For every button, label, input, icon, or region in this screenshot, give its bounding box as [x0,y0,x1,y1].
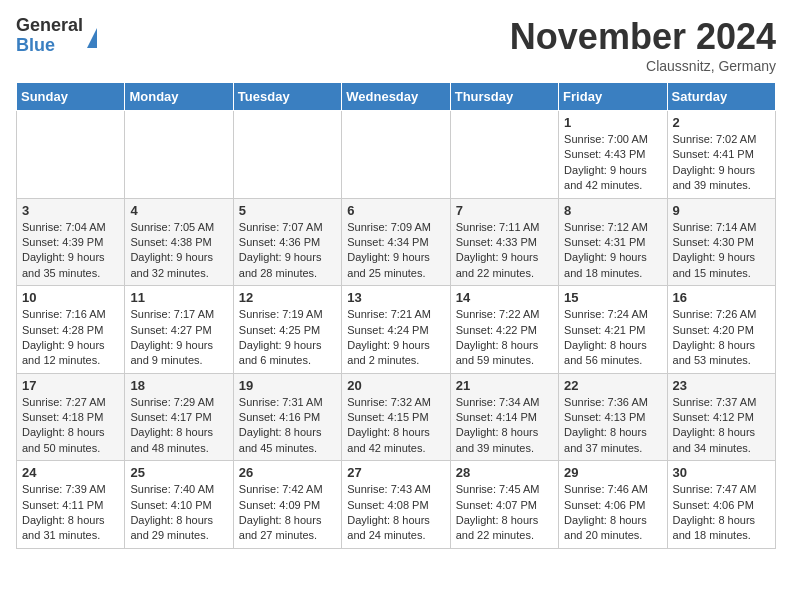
calendar-cell [125,111,233,199]
weekday-thursday: Thursday [450,83,558,111]
week-row-4: 17Sunrise: 7:27 AM Sunset: 4:18 PM Dayli… [17,373,776,461]
weekday-saturday: Saturday [667,83,775,111]
day-info: Sunrise: 7:26 AM Sunset: 4:20 PM Dayligh… [673,307,770,369]
day-info: Sunrise: 7:19 AM Sunset: 4:25 PM Dayligh… [239,307,336,369]
day-number: 23 [673,378,770,393]
calendar-cell [233,111,341,199]
day-number: 15 [564,290,661,305]
day-info: Sunrise: 7:46 AM Sunset: 4:06 PM Dayligh… [564,482,661,544]
calendar-cell: 8Sunrise: 7:12 AM Sunset: 4:31 PM Daylig… [559,198,667,286]
day-number: 13 [347,290,444,305]
day-info: Sunrise: 7:17 AM Sunset: 4:27 PM Dayligh… [130,307,227,369]
day-number: 9 [673,203,770,218]
calendar-cell: 20Sunrise: 7:32 AM Sunset: 4:15 PM Dayli… [342,373,450,461]
calendar-cell [17,111,125,199]
day-info: Sunrise: 7:36 AM Sunset: 4:13 PM Dayligh… [564,395,661,457]
day-info: Sunrise: 7:43 AM Sunset: 4:08 PM Dayligh… [347,482,444,544]
calendar-cell: 25Sunrise: 7:40 AM Sunset: 4:10 PM Dayli… [125,461,233,549]
week-row-3: 10Sunrise: 7:16 AM Sunset: 4:28 PM Dayli… [17,286,776,374]
calendar-cell: 12Sunrise: 7:19 AM Sunset: 4:25 PM Dayli… [233,286,341,374]
logo-text: General Blue [16,16,83,56]
calendar-cell: 6Sunrise: 7:09 AM Sunset: 4:34 PM Daylig… [342,198,450,286]
calendar-cell: 26Sunrise: 7:42 AM Sunset: 4:09 PM Dayli… [233,461,341,549]
day-info: Sunrise: 7:11 AM Sunset: 4:33 PM Dayligh… [456,220,553,282]
calendar-cell: 14Sunrise: 7:22 AM Sunset: 4:22 PM Dayli… [450,286,558,374]
day-info: Sunrise: 7:14 AM Sunset: 4:30 PM Dayligh… [673,220,770,282]
day-info: Sunrise: 7:05 AM Sunset: 4:38 PM Dayligh… [130,220,227,282]
day-info: Sunrise: 7:29 AM Sunset: 4:17 PM Dayligh… [130,395,227,457]
calendar-cell: 1Sunrise: 7:00 AM Sunset: 4:43 PM Daylig… [559,111,667,199]
weekday-friday: Friday [559,83,667,111]
day-number: 5 [239,203,336,218]
day-number: 25 [130,465,227,480]
day-info: Sunrise: 7:37 AM Sunset: 4:12 PM Dayligh… [673,395,770,457]
day-info: Sunrise: 7:02 AM Sunset: 4:41 PM Dayligh… [673,132,770,194]
month-title: November 2024 [510,16,776,58]
day-number: 3 [22,203,119,218]
day-info: Sunrise: 7:39 AM Sunset: 4:11 PM Dayligh… [22,482,119,544]
calendar-cell: 17Sunrise: 7:27 AM Sunset: 4:18 PM Dayli… [17,373,125,461]
calendar-cell: 2Sunrise: 7:02 AM Sunset: 4:41 PM Daylig… [667,111,775,199]
day-number: 18 [130,378,227,393]
page-header: General Blue November 2024 Claussnitz, G… [16,16,776,74]
week-row-5: 24Sunrise: 7:39 AM Sunset: 4:11 PM Dayli… [17,461,776,549]
day-number: 10 [22,290,119,305]
day-number: 16 [673,290,770,305]
day-info: Sunrise: 7:40 AM Sunset: 4:10 PM Dayligh… [130,482,227,544]
calendar-cell: 19Sunrise: 7:31 AM Sunset: 4:16 PM Dayli… [233,373,341,461]
day-number: 14 [456,290,553,305]
calendar-body: 1Sunrise: 7:00 AM Sunset: 4:43 PM Daylig… [17,111,776,549]
day-info: Sunrise: 7:12 AM Sunset: 4:31 PM Dayligh… [564,220,661,282]
weekday-wednesday: Wednesday [342,83,450,111]
day-info: Sunrise: 7:21 AM Sunset: 4:24 PM Dayligh… [347,307,444,369]
day-number: 1 [564,115,661,130]
logo-blue: Blue [16,36,83,56]
calendar-cell: 28Sunrise: 7:45 AM Sunset: 4:07 PM Dayli… [450,461,558,549]
day-number: 4 [130,203,227,218]
day-number: 28 [456,465,553,480]
day-info: Sunrise: 7:47 AM Sunset: 4:06 PM Dayligh… [673,482,770,544]
calendar-cell: 15Sunrise: 7:24 AM Sunset: 4:21 PM Dayli… [559,286,667,374]
calendar-cell: 3Sunrise: 7:04 AM Sunset: 4:39 PM Daylig… [17,198,125,286]
calendar-cell [342,111,450,199]
title-area: November 2024 Claussnitz, Germany [510,16,776,74]
day-info: Sunrise: 7:00 AM Sunset: 4:43 PM Dayligh… [564,132,661,194]
calendar-cell: 9Sunrise: 7:14 AM Sunset: 4:30 PM Daylig… [667,198,775,286]
day-info: Sunrise: 7:45 AM Sunset: 4:07 PM Dayligh… [456,482,553,544]
day-number: 12 [239,290,336,305]
day-info: Sunrise: 7:22 AM Sunset: 4:22 PM Dayligh… [456,307,553,369]
day-info: Sunrise: 7:04 AM Sunset: 4:39 PM Dayligh… [22,220,119,282]
day-number: 8 [564,203,661,218]
calendar-cell: 21Sunrise: 7:34 AM Sunset: 4:14 PM Dayli… [450,373,558,461]
calendar-cell: 7Sunrise: 7:11 AM Sunset: 4:33 PM Daylig… [450,198,558,286]
calendar-cell: 30Sunrise: 7:47 AM Sunset: 4:06 PM Dayli… [667,461,775,549]
day-info: Sunrise: 7:07 AM Sunset: 4:36 PM Dayligh… [239,220,336,282]
weekday-sunday: Sunday [17,83,125,111]
day-info: Sunrise: 7:42 AM Sunset: 4:09 PM Dayligh… [239,482,336,544]
calendar-cell: 22Sunrise: 7:36 AM Sunset: 4:13 PM Dayli… [559,373,667,461]
day-info: Sunrise: 7:31 AM Sunset: 4:16 PM Dayligh… [239,395,336,457]
weekday-tuesday: Tuesday [233,83,341,111]
logo: General Blue [16,16,97,56]
day-number: 22 [564,378,661,393]
day-number: 20 [347,378,444,393]
day-number: 30 [673,465,770,480]
day-number: 27 [347,465,444,480]
day-number: 6 [347,203,444,218]
calendar-cell: 10Sunrise: 7:16 AM Sunset: 4:28 PM Dayli… [17,286,125,374]
day-number: 11 [130,290,227,305]
calendar-cell: 16Sunrise: 7:26 AM Sunset: 4:20 PM Dayli… [667,286,775,374]
day-number: 7 [456,203,553,218]
day-number: 29 [564,465,661,480]
calendar-cell: 18Sunrise: 7:29 AM Sunset: 4:17 PM Dayli… [125,373,233,461]
day-info: Sunrise: 7:09 AM Sunset: 4:34 PM Dayligh… [347,220,444,282]
day-number: 2 [673,115,770,130]
calendar-cell: 27Sunrise: 7:43 AM Sunset: 4:08 PM Dayli… [342,461,450,549]
day-number: 21 [456,378,553,393]
calendar-table: SundayMondayTuesdayWednesdayThursdayFrid… [16,82,776,549]
day-number: 19 [239,378,336,393]
day-info: Sunrise: 7:27 AM Sunset: 4:18 PM Dayligh… [22,395,119,457]
day-info: Sunrise: 7:34 AM Sunset: 4:14 PM Dayligh… [456,395,553,457]
calendar-cell: 29Sunrise: 7:46 AM Sunset: 4:06 PM Dayli… [559,461,667,549]
week-row-1: 1Sunrise: 7:00 AM Sunset: 4:43 PM Daylig… [17,111,776,199]
